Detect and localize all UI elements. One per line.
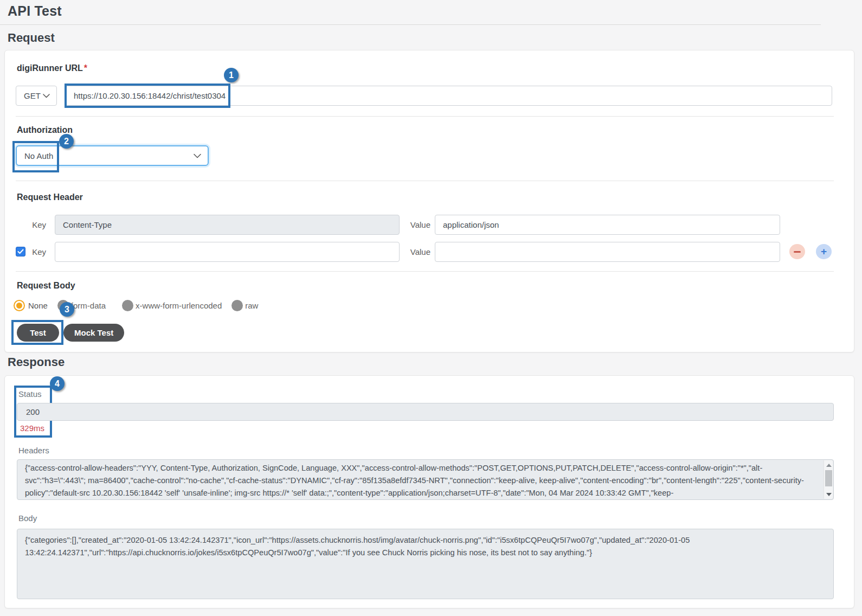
required-asterisk: * [84,63,87,73]
url-field-label: digiRunner URL* [17,63,87,73]
scrollbar-up-icon[interactable] [824,461,833,469]
body-type-radio-group: None form-data x-www-form-urlencoded raw [14,300,268,311]
value-label: Value [401,215,430,235]
plus-icon: + [821,245,827,259]
url-input[interactable] [66,86,832,106]
status-label: Status [18,389,42,399]
radio-raw[interactable]: raw [231,300,258,311]
chevron-down-icon [194,153,201,158]
radio-selected-icon [14,300,25,311]
annotation-badge-4: 4 [50,376,65,391]
response-headers-text: {"access-control-allow-headers":"YYY, Co… [25,464,804,497]
body-label: Body [18,514,37,523]
header-key-input [55,215,400,235]
request-header-title: Request Header [17,193,83,202]
radio-form-data[interactable]: form-data [57,300,106,311]
divider [16,271,834,272]
elapsed-time: 329ms [20,424,44,433]
key-label: Key [17,242,46,262]
method-select[interactable]: GET [16,86,57,106]
header-key-input-2[interactable] [55,242,400,262]
response-body-text: {"categories":[],"created_at":"2020-01-0… [25,536,690,557]
divider [16,116,834,117]
status-code-bar: 200 [17,403,834,421]
radio-unselected-icon [57,300,69,311]
request-panel: digiRunner URL* GET 1 Authorization No A… [4,50,854,352]
mock-test-button[interactable]: Mock Test [63,324,124,342]
header-value-input-2[interactable] [435,242,780,262]
scrollbar-thumb[interactable] [825,470,832,486]
scrollbar-down-icon[interactable] [824,490,833,498]
add-header-row-button[interactable]: + [816,244,832,259]
title-divider [0,24,821,25]
request-section-heading: Request [8,31,55,45]
minus-icon [794,251,801,253]
headers-label: Headers [18,446,49,455]
response-section-heading: Response [8,355,65,369]
chevron-down-icon [43,94,50,98]
request-body-title: Request Body [17,281,75,291]
annotation-badge-1: 1 [224,68,239,82]
authorization-select[interactable]: No Auth [16,145,209,166]
radio-none[interactable]: None [14,300,48,311]
divider [16,181,834,181]
page-title: API Test [8,3,62,19]
authorization-label: Authorization [17,125,73,135]
test-button[interactable]: Test [17,324,59,342]
response-headers-box[interactable]: {"access-control-allow-headers":"YYY, Co… [17,459,834,500]
radio-x-www-form-urlencoded[interactable]: x-www-form-urlencoded [122,300,222,311]
response-body-box[interactable]: {"categories":[],"created_at":"2020-01-0… [17,529,834,599]
response-panel: 4 Status 200 329ms Headers {"access-cont… [4,375,854,608]
header-value-input[interactable] [435,215,780,235]
radio-unselected-icon [122,300,133,311]
key-label: Key [17,215,46,235]
remove-header-row-button[interactable] [789,244,805,259]
value-label: Value [401,242,430,262]
radio-unselected-icon [231,300,243,311]
scrollbar[interactable] [824,460,833,499]
